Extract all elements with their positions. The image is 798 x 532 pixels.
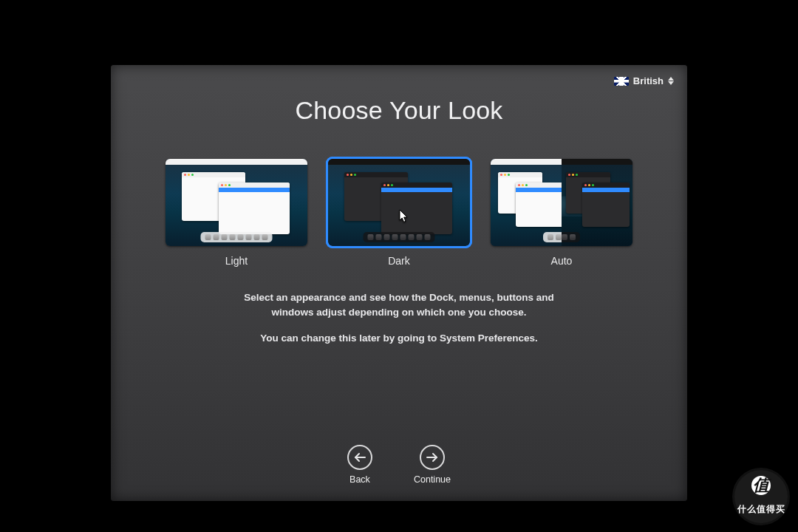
option-label-auto: Auto	[491, 255, 632, 267]
appearance-option-dark[interactable]: Dark	[328, 159, 470, 267]
updown-chevron-icon	[668, 77, 674, 85]
option-label-light: Light	[166, 255, 307, 267]
appearance-options: Light Dark	[111, 159, 687, 267]
back-button[interactable]: Back	[347, 445, 372, 485]
smzdm-text: 什么值得买	[737, 503, 785, 516]
back-label: Back	[349, 474, 370, 485]
option-label-dark: Dark	[328, 255, 470, 267]
uk-flag-icon	[614, 77, 629, 86]
screen: British Choose Your Look Light	[0, 0, 798, 532]
smzdm-badge-icon: 值	[751, 476, 771, 495]
language-label: British	[633, 75, 664, 86]
arrow-left-icon	[347, 445, 372, 470]
auto-thumbnail	[491, 159, 632, 246]
continue-label: Continue	[414, 474, 451, 485]
description-line2: You can change this later by going to Sy…	[225, 331, 573, 346]
appearance-option-auto[interactable]: Auto	[491, 159, 632, 267]
arrow-right-icon	[420, 445, 445, 470]
appearance-option-light[interactable]: Light	[166, 159, 307, 267]
description-line1: Select an appearance and see how the Doc…	[225, 290, 573, 319]
nav-buttons: Back Continue	[111, 445, 687, 485]
description: Select an appearance and see how the Doc…	[225, 290, 573, 346]
cursor-icon	[399, 209, 409, 227]
continue-button[interactable]: Continue	[414, 445, 451, 485]
language-selector[interactable]: British	[614, 75, 674, 86]
dark-thumbnail	[328, 159, 470, 246]
setup-panel: British Choose Your Look Light	[111, 65, 687, 501]
light-thumbnail	[166, 159, 307, 246]
page-title: Choose Your Look	[111, 96, 687, 125]
smzdm-watermark: 值 什么值得买	[734, 470, 788, 523]
